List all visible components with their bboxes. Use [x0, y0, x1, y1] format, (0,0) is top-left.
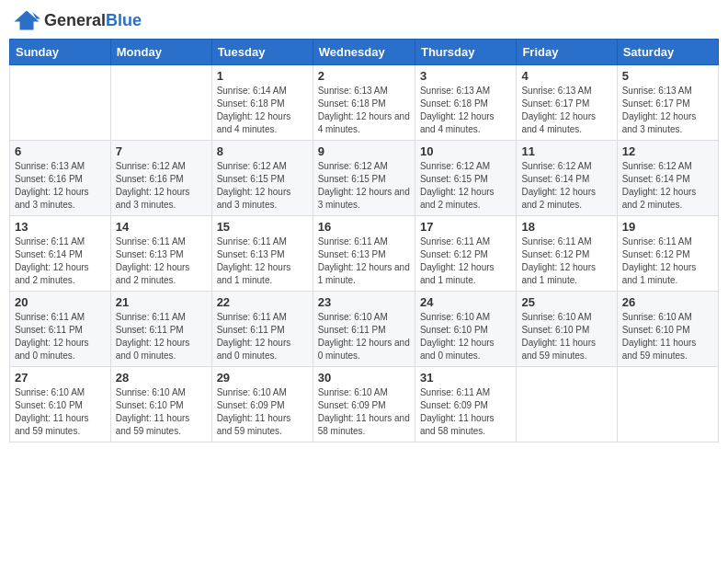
day-number: 12: [622, 144, 713, 158]
day-number: 30: [318, 371, 410, 385]
week-row-3: 20Sunrise: 6:11 AM Sunset: 6:11 PM Dayli…: [10, 292, 719, 367]
day-info: Sunrise: 6:13 AM Sunset: 6:18 PM Dayligh…: [318, 85, 410, 136]
calendar-cell: 19Sunrise: 6:11 AM Sunset: 6:12 PM Dayli…: [617, 216, 718, 292]
day-info: Sunrise: 6:13 AM Sunset: 6:17 PM Dayligh…: [521, 85, 611, 136]
day-number: 20: [15, 295, 106, 309]
day-info: Sunrise: 6:10 AM Sunset: 6:11 PM Dayligh…: [318, 311, 410, 362]
week-row-1: 6Sunrise: 6:13 AM Sunset: 6:16 PM Daylig…: [10, 141, 719, 216]
week-row-0: 1Sunrise: 6:14 AM Sunset: 6:18 PM Daylig…: [10, 65, 719, 141]
logo-blue: Blue: [106, 11, 142, 29]
day-info: Sunrise: 6:10 AM Sunset: 6:10 PM Dayligh…: [15, 386, 106, 438]
calendar-table: SundayMondayTuesdayWednesdayThursdayFrid…: [9, 39, 719, 442]
calendar-cell: [617, 367, 718, 442]
calendar-cell: 6Sunrise: 6:13 AM Sunset: 6:16 PM Daylig…: [10, 141, 111, 216]
day-info: Sunrise: 6:11 AM Sunset: 6:11 PM Dayligh…: [15, 311, 106, 362]
day-number: 19: [622, 220, 713, 234]
week-row-2: 13Sunrise: 6:11 AM Sunset: 6:14 PM Dayli…: [10, 216, 719, 292]
day-info: Sunrise: 6:13 AM Sunset: 6:17 PM Dayligh…: [622, 85, 713, 136]
calendar-cell: 14Sunrise: 6:11 AM Sunset: 6:13 PM Dayli…: [110, 216, 211, 292]
calendar-cell: 17Sunrise: 6:11 AM Sunset: 6:12 PM Dayli…: [415, 216, 516, 292]
calendar-cell: 10Sunrise: 6:12 AM Sunset: 6:15 PM Dayli…: [415, 141, 516, 216]
day-info: Sunrise: 6:12 AM Sunset: 6:14 PM Dayligh…: [622, 160, 713, 212]
day-number: 15: [217, 220, 308, 234]
day-number: 13: [15, 220, 106, 234]
day-number: 7: [116, 144, 207, 158]
calendar-cell: 12Sunrise: 6:12 AM Sunset: 6:14 PM Dayli…: [617, 141, 718, 216]
day-number: 9: [318, 144, 410, 158]
day-info: Sunrise: 6:12 AM Sunset: 6:14 PM Dayligh…: [521, 160, 611, 212]
calendar-cell: 25Sunrise: 6:10 AM Sunset: 6:10 PM Dayli…: [517, 292, 617, 367]
day-number: 16: [318, 220, 410, 234]
day-info: Sunrise: 6:12 AM Sunset: 6:15 PM Dayligh…: [318, 160, 410, 212]
calendar-cell: 11Sunrise: 6:12 AM Sunset: 6:14 PM Dayli…: [517, 141, 617, 216]
day-number: 27: [15, 371, 106, 385]
day-number: 14: [116, 220, 207, 234]
day-number: 24: [420, 295, 511, 309]
calendar-cell: 3Sunrise: 6:13 AM Sunset: 6:18 PM Daylig…: [415, 65, 516, 141]
day-number: 31: [420, 371, 511, 385]
day-info: Sunrise: 6:10 AM Sunset: 6:10 PM Dayligh…: [521, 311, 611, 362]
weekday-header-tuesday: Tuesday: [211, 40, 313, 65]
weekday-header-wednesday: Wednesday: [313, 40, 415, 65]
day-info: Sunrise: 6:14 AM Sunset: 6:18 PM Dayligh…: [217, 85, 308, 136]
calendar-cell: 1Sunrise: 6:14 AM Sunset: 6:18 PM Daylig…: [211, 65, 313, 141]
day-info: Sunrise: 6:10 AM Sunset: 6:10 PM Dayligh…: [622, 311, 713, 362]
day-number: 2: [318, 69, 410, 83]
weekday-header-thursday: Thursday: [415, 40, 516, 65]
day-number: 11: [521, 144, 611, 158]
day-number: 6: [15, 144, 106, 158]
calendar-cell: 18Sunrise: 6:11 AM Sunset: 6:12 PM Dayli…: [517, 216, 617, 292]
logo-text: GeneralBlue: [44, 11, 142, 30]
logo-general: General: [44, 11, 106, 29]
day-info: Sunrise: 6:11 AM Sunset: 6:13 PM Dayligh…: [318, 236, 410, 287]
calendar-cell: 26Sunrise: 6:10 AM Sunset: 6:10 PM Dayli…: [617, 292, 718, 367]
calendar-cell: 4Sunrise: 6:13 AM Sunset: 6:17 PM Daylig…: [517, 65, 617, 141]
day-info: Sunrise: 6:11 AM Sunset: 6:13 PM Dayligh…: [116, 236, 207, 287]
calendar-cell: 5Sunrise: 6:13 AM Sunset: 6:17 PM Daylig…: [617, 65, 718, 141]
calendar-cell: 2Sunrise: 6:13 AM Sunset: 6:18 PM Daylig…: [313, 65, 415, 141]
day-number: 5: [622, 69, 713, 83]
day-number: 8: [217, 144, 308, 158]
calendar-cell: 9Sunrise: 6:12 AM Sunset: 6:15 PM Daylig…: [313, 141, 415, 216]
calendar-cell: 31Sunrise: 6:11 AM Sunset: 6:09 PM Dayli…: [415, 367, 516, 442]
day-number: 21: [116, 295, 207, 309]
day-info: Sunrise: 6:12 AM Sunset: 6:15 PM Dayligh…: [420, 160, 511, 212]
day-number: 26: [622, 295, 713, 309]
calendar-cell: 30Sunrise: 6:10 AM Sunset: 6:09 PM Dayli…: [313, 367, 415, 442]
calendar-cell: 15Sunrise: 6:11 AM Sunset: 6:13 PM Dayli…: [211, 216, 313, 292]
calendar-cell: [110, 65, 211, 141]
calendar-cell: [10, 65, 111, 141]
day-number: 22: [217, 295, 308, 309]
calendar-cell: 28Sunrise: 6:10 AM Sunset: 6:10 PM Dayli…: [110, 367, 211, 442]
calendar-cell: 8Sunrise: 6:12 AM Sunset: 6:15 PM Daylig…: [211, 141, 313, 216]
calendar-cell: 27Sunrise: 6:10 AM Sunset: 6:10 PM Dayli…: [10, 367, 111, 442]
day-info: Sunrise: 6:10 AM Sunset: 6:09 PM Dayligh…: [318, 386, 410, 438]
day-info: Sunrise: 6:10 AM Sunset: 6:10 PM Dayligh…: [420, 311, 511, 362]
calendar-cell: [517, 367, 617, 442]
day-info: Sunrise: 6:11 AM Sunset: 6:12 PM Dayligh…: [420, 236, 511, 287]
weekday-header-monday: Monday: [110, 40, 211, 65]
calendar-cell: 29Sunrise: 6:10 AM Sunset: 6:09 PM Dayli…: [211, 367, 313, 442]
day-number: 3: [420, 69, 511, 83]
logo: GeneralBlue: [13, 9, 142, 31]
weekday-header-sunday: Sunday: [10, 40, 111, 65]
day-info: Sunrise: 6:11 AM Sunset: 6:13 PM Dayligh…: [217, 236, 308, 287]
day-info: Sunrise: 6:11 AM Sunset: 6:12 PM Dayligh…: [622, 236, 713, 287]
day-info: Sunrise: 6:13 AM Sunset: 6:18 PM Dayligh…: [420, 85, 511, 136]
day-info: Sunrise: 6:11 AM Sunset: 6:09 PM Dayligh…: [420, 386, 511, 438]
page-header: GeneralBlue: [9, 9, 719, 31]
calendar-cell: 23Sunrise: 6:10 AM Sunset: 6:11 PM Dayli…: [313, 292, 415, 367]
calendar-cell: 16Sunrise: 6:11 AM Sunset: 6:13 PM Dayli…: [313, 216, 415, 292]
day-info: Sunrise: 6:12 AM Sunset: 6:15 PM Dayligh…: [217, 160, 308, 212]
calendar-cell: 22Sunrise: 6:11 AM Sunset: 6:11 PM Dayli…: [211, 292, 313, 367]
day-number: 10: [420, 144, 511, 158]
svg-marker-0: [15, 11, 40, 30]
day-info: Sunrise: 6:10 AM Sunset: 6:09 PM Dayligh…: [217, 386, 308, 438]
weekday-header-row: SundayMondayTuesdayWednesdayThursdayFrid…: [10, 40, 719, 65]
calendar-cell: 13Sunrise: 6:11 AM Sunset: 6:14 PM Dayli…: [10, 216, 111, 292]
day-number: 23: [318, 295, 410, 309]
day-number: 18: [521, 220, 611, 234]
day-number: 1: [217, 69, 308, 83]
day-number: 4: [521, 69, 611, 83]
day-number: 25: [521, 295, 611, 309]
